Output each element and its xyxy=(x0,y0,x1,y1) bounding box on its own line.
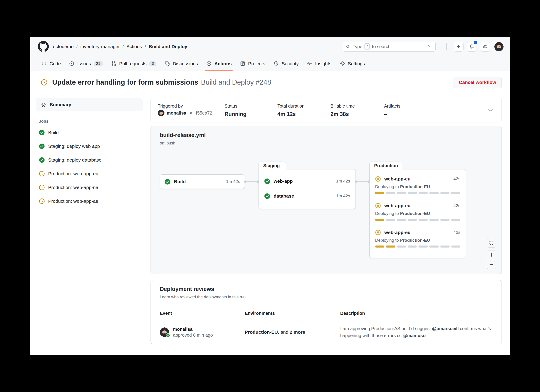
group-title: Production xyxy=(374,163,398,168)
repo-nav: Code Issues 21 Pull requests 3 Discussio… xyxy=(30,56,510,71)
billable-time-value: 2m 38s xyxy=(330,111,349,117)
col-event: Event xyxy=(160,311,245,316)
reviewer-avatar[interactable] xyxy=(160,327,169,337)
in-progress-icon xyxy=(375,203,381,209)
sidebar-job-production-web-app-as[interactable]: Production: web-app-as xyxy=(36,198,143,204)
tab-actions[interactable]: Actions xyxy=(202,56,235,71)
graph-node-staging-web-app[interactable]: web-app 1m 42s xyxy=(259,175,355,187)
minus-icon xyxy=(489,262,494,267)
reviews-subtitle: Learn who reviewed the deployments in th… xyxy=(160,295,245,300)
node-duration: 42s xyxy=(453,176,460,181)
col-description: Description xyxy=(340,311,493,316)
sidebar-job-staging-database[interactable]: Staging: deploy database xyxy=(36,157,143,163)
node-duration: 1m 42s xyxy=(336,179,350,184)
tab-discussions[interactable]: Discussions xyxy=(161,56,202,71)
graph-node-staging-database[interactable]: database 1m 42s xyxy=(259,190,355,202)
description-cell: I am approving Production-AS but I’d sug… xyxy=(340,325,493,339)
triggered-by-user[interactable]: monalisa xyxy=(167,111,186,116)
sidebar-job-build[interactable]: Build xyxy=(36,130,143,136)
node-label: web-app-eu xyxy=(384,176,450,182)
plus-icon xyxy=(489,252,494,257)
tab-settings[interactable]: Settings xyxy=(336,56,369,71)
graph-node-production-web-app-eu-3[interactable]: web-app-eu 42s Deploying to Production-E… xyxy=(370,229,466,247)
check-circle-icon xyxy=(39,143,45,149)
job-label: Production: web-app-na xyxy=(48,185,98,190)
actions-icon xyxy=(206,61,212,66)
reviews-table-header: Event Environments Description xyxy=(151,307,501,320)
home-icon xyxy=(41,102,46,108)
commit-sha[interactable]: f55ea72 xyxy=(196,111,212,116)
job-label: Production: web-app-eu xyxy=(48,171,98,176)
staging-group: web-app 1m 42s database 1m 42s xyxy=(259,169,356,209)
tab-insights[interactable]: Insights xyxy=(303,56,335,71)
zoom-controls xyxy=(487,250,496,269)
copilot-button[interactable] xyxy=(480,42,490,51)
fullscreen-button[interactable] xyxy=(487,238,496,247)
breadcrumb-actions[interactable]: Actions xyxy=(126,44,142,49)
total-duration-label: Total duration xyxy=(277,104,305,109)
github-logo-icon[interactable] xyxy=(38,41,49,52)
tab-security[interactable]: Security xyxy=(270,56,302,71)
in-progress-icon xyxy=(375,176,381,182)
tab-label: Security xyxy=(282,61,299,66)
deployment-reviews-panel: Deployment reviews Learn who reviewed th… xyxy=(150,280,502,344)
notifications-button[interactable] xyxy=(467,42,477,51)
tab-projects[interactable]: Projects xyxy=(236,56,269,71)
pr-count-badge: 3 xyxy=(149,61,156,66)
command-palette-icon[interactable]: >_ xyxy=(425,44,433,50)
environments-cell: Production-EU, and 2 more xyxy=(245,329,340,335)
graph-node-production-web-app-eu-1[interactable]: web-app-eu 42s Deploying to Production-E… xyxy=(370,176,466,194)
breadcrumb: octodemo / inventory-manager / Actions /… xyxy=(53,37,187,56)
search-input[interactable]: Type / to search >_ xyxy=(343,42,436,51)
chevron-down-icon[interactable] xyxy=(487,107,494,114)
fullscreen-icon xyxy=(489,240,494,245)
group-title: Staging xyxy=(263,163,280,168)
graph-connector xyxy=(244,181,259,183)
create-new-button[interactable] xyxy=(454,42,464,51)
reviewer-name[interactable]: monalisa xyxy=(173,327,213,332)
tab-issues[interactable]: Issues 21 xyxy=(65,56,106,71)
reviews-title: Deployment reviews xyxy=(160,286,214,292)
breadcrumb-repo[interactable]: inventory-manager xyxy=(80,44,120,49)
sidebar-job-production-web-app-eu[interactable]: Production: web-app-eu xyxy=(36,171,143,177)
tab-label: Insights xyxy=(315,61,331,66)
node-duration: 1m 42s xyxy=(226,179,240,184)
graph-node-production-web-app-eu-2[interactable]: web-app-eu 42s Deploying to Production-E… xyxy=(370,202,466,221)
node-label: Build xyxy=(174,179,223,184)
pull-request-icon xyxy=(111,61,117,66)
zoom-in-button[interactable] xyxy=(487,251,496,260)
tab-pull-requests[interactable]: Pull requests 3 xyxy=(107,56,160,71)
pending-clock-icon xyxy=(40,79,48,86)
tab-label: Issues xyxy=(77,61,91,66)
job-label: Staging: deploy web app xyxy=(48,144,100,149)
col-environments: Environments xyxy=(245,311,340,316)
sidebar-job-production-web-app-na[interactable]: Production: web-app-na xyxy=(36,185,143,190)
triggered-by-label: Triggered by xyxy=(158,104,183,109)
deploy-progress-bar xyxy=(375,219,460,221)
breadcrumb-workflow[interactable]: Build and Deploy xyxy=(149,44,187,49)
sidebar-job-staging-web-app[interactable]: Staging: deploy web app xyxy=(36,143,143,149)
review-table-row: monalisa approved 6 min ago Production-E… xyxy=(151,320,501,344)
tab-code[interactable]: Code xyxy=(38,56,64,71)
user-avatar[interactable] xyxy=(494,42,504,51)
production-group-tab: Production xyxy=(370,161,402,170)
check-circle-icon xyxy=(165,179,170,185)
run-header: Update error handling for form submissio… xyxy=(40,77,502,88)
slash-key-hint: / xyxy=(365,43,370,50)
cancel-workflow-button[interactable]: Cancel workflow xyxy=(453,77,502,88)
check-circle-icon xyxy=(39,130,45,136)
sidebar-item-summary[interactable]: Summary xyxy=(36,98,143,111)
pending-clock-icon xyxy=(39,171,45,177)
breadcrumb-separator: / xyxy=(122,44,124,49)
breadcrumb-org[interactable]: octodemo xyxy=(53,44,74,49)
node-label: web-app-eu xyxy=(384,230,450,235)
check-circle-icon xyxy=(264,178,270,184)
zoom-out-button[interactable] xyxy=(487,260,496,269)
gear-icon xyxy=(340,61,345,66)
in-progress-icon xyxy=(375,230,381,235)
node-label: web-app xyxy=(274,178,333,184)
workflow-run-number: Build and Deploy #248 xyxy=(201,78,271,86)
tab-label: Settings xyxy=(348,61,365,66)
graph-node-build[interactable]: Build 1m 42s xyxy=(160,174,245,189)
production-group: web-app-eu 42s Deploying to Production-E… xyxy=(370,169,466,258)
